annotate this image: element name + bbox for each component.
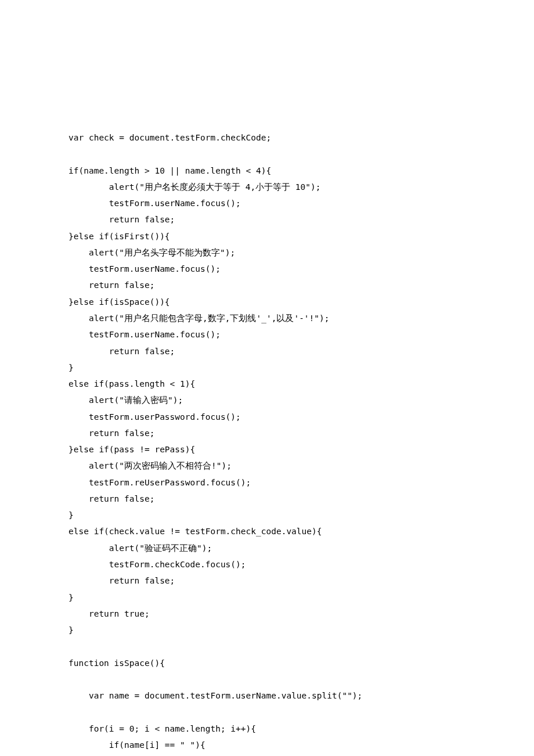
code-block: var check = document.testForm.checkCode;… [68, 129, 466, 756]
